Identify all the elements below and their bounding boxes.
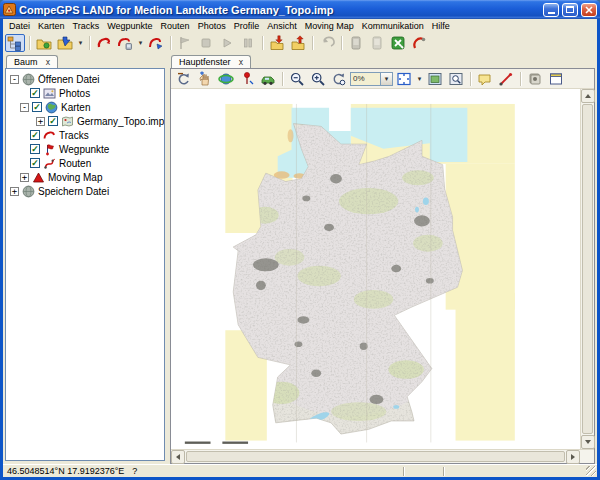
tree-label[interactable]: Öffenen Datei	[38, 74, 100, 85]
expander-plus-icon[interactable]: +	[20, 173, 29, 182]
status-divider	[403, 467, 405, 476]
menu-routen[interactable]: Routen	[157, 20, 194, 32]
scroll-up-button[interactable]	[581, 89, 595, 103]
arrow-left-icon	[176, 454, 180, 460]
tab-close-icon[interactable]: x	[239, 58, 244, 67]
tab-close-icon[interactable]: x	[46, 58, 51, 67]
zoom-100-button[interactable]	[174, 70, 194, 88]
tree-label[interactable]: Karten	[61, 102, 90, 113]
tree-item-karten[interactable]: - ✓ Karten	[20, 100, 164, 114]
tree-label[interactable]: Moving Map	[48, 172, 102, 183]
menu-wegpunkte[interactable]: Wegpunkte	[103, 20, 156, 32]
save-file-dropdown[interactable]: ▾	[76, 34, 85, 52]
menu-hilfe[interactable]: Hilfe	[428, 20, 454, 32]
open-file-button[interactable]	[34, 34, 54, 52]
menu-karten[interactable]: Karten	[34, 20, 69, 32]
tree-item-open-file[interactable]: - Öffenen Datei	[10, 72, 164, 86]
map-canvas[interactable]	[171, 89, 580, 449]
track-draw-button[interactable]	[146, 34, 166, 52]
tree-item-save-file[interactable]: + Speichern Datei	[10, 184, 164, 198]
menu-tracks[interactable]: Tracks	[69, 20, 104, 32]
scroll-right-button[interactable]	[566, 450, 580, 464]
checkbox-checked[interactable]: ✓	[48, 116, 58, 126]
download-gps-button[interactable]	[267, 34, 287, 52]
menu-profile[interactable]: Profile	[230, 20, 264, 32]
fit-window-dropdown[interactable]: ▾	[415, 70, 424, 88]
twonav-button[interactable]	[388, 34, 408, 52]
menu-moving-map[interactable]: Moving Map	[301, 20, 358, 32]
tree-label[interactable]: Tracks	[59, 130, 89, 141]
note-button[interactable]	[475, 70, 495, 88]
scroll-down-button[interactable]	[581, 435, 595, 449]
menu-datei[interactable]: Datei	[5, 20, 34, 32]
tree-item-germany-topo[interactable]: + ✓ Germany_Topo.imp	[36, 114, 164, 128]
tree-item-tracks[interactable]: ✓ Tracks	[30, 128, 164, 142]
expander-minus-icon[interactable]: -	[10, 75, 19, 84]
stop-button[interactable]	[196, 34, 216, 52]
undo-button[interactable]	[317, 34, 337, 52]
menu-photos[interactable]: Photos	[194, 20, 230, 32]
upload-gps-button[interactable]	[288, 34, 308, 52]
tree-label[interactable]: Speichern Datei	[38, 186, 109, 197]
checkbox-checked[interactable]: ✓	[30, 130, 40, 140]
moving-map-car-button[interactable]	[258, 70, 278, 88]
maximize-button[interactable]	[562, 3, 578, 17]
checkbox-checked[interactable]: ✓	[30, 144, 40, 154]
gps-connect-button[interactable]	[409, 34, 429, 52]
resize-grip-icon[interactable]	[586, 466, 596, 476]
tab-baum[interactable]: Baum x	[6, 55, 58, 68]
scroll-left-button[interactable]	[171, 450, 185, 464]
fit-window-button[interactable]	[394, 70, 414, 88]
horizontal-scroll-thumb[interactable]	[186, 451, 565, 462]
tree-label[interactable]: Germany_Topo.imp	[77, 116, 164, 127]
zoom-out-button[interactable]	[287, 70, 307, 88]
expander-minus-icon[interactable]: -	[20, 103, 29, 112]
zoom-previous-button[interactable]	[329, 70, 349, 88]
expander-plus-icon[interactable]: +	[36, 117, 45, 126]
flag-button[interactable]	[175, 34, 195, 52]
minimize-button[interactable]	[543, 3, 559, 17]
vertical-scroll-thumb[interactable]	[582, 104, 593, 434]
zoom-scale-combo[interactable]: 0% ▾	[350, 72, 393, 86]
tree-view-button[interactable]	[5, 34, 25, 52]
pause-button[interactable]	[238, 34, 258, 52]
track-device-button[interactable]	[115, 34, 135, 52]
tree-item-wegpunkte[interactable]: ✓ Wegpunkte	[30, 142, 164, 156]
open-track-button[interactable]	[94, 34, 114, 52]
globe-recenter-button[interactable]	[216, 70, 236, 88]
tree-item-moving-map[interactable]: + Moving Map	[20, 170, 164, 184]
zoom-in-button[interactable]	[308, 70, 328, 88]
expander-plus-icon[interactable]: +	[10, 187, 19, 196]
save-file-icon	[57, 35, 73, 51]
tree-item-photos[interactable]: ✓ Photos	[30, 86, 164, 100]
zoom-scale-value[interactable]: 0%	[350, 72, 380, 86]
horizontal-scrollbar[interactable]	[171, 450, 580, 463]
tree-label[interactable]: Routen	[59, 158, 91, 169]
checkbox-checked[interactable]: ✓	[32, 102, 42, 112]
combo-dropdown-icon[interactable]: ▾	[380, 72, 393, 86]
checkbox-checked[interactable]: ✓	[30, 88, 40, 98]
track-device-dropdown[interactable]: ▾	[136, 34, 145, 52]
menu-ansicht[interactable]: Ansicht	[263, 20, 301, 32]
close-button[interactable]	[581, 3, 597, 17]
tab-hauptfenster[interactable]: Hauptfenster x	[171, 55, 251, 68]
map-window-button[interactable]	[425, 70, 445, 88]
measure-button[interactable]	[496, 70, 516, 88]
tree-item-routen[interactable]: ✓ Routen	[30, 156, 164, 170]
waypoint-create-button[interactable]	[237, 70, 257, 88]
tree-label[interactable]: Photos	[59, 88, 90, 99]
checkbox-checked[interactable]: ✓	[30, 158, 40, 168]
pda-button[interactable]	[346, 34, 366, 52]
new-window-button[interactable]	[546, 70, 566, 88]
titlebar[interactable]: CompeGPS LAND for Medion Landkarte Germa…	[0, 0, 600, 19]
pda-sync-button[interactable]	[367, 34, 387, 52]
save-file-button[interactable]	[55, 34, 75, 52]
zoom-window-button[interactable]	[446, 70, 466, 88]
tree-view[interactable]: - Öffenen Datei ✓	[5, 68, 165, 461]
tree-label[interactable]: Wegpunkte	[59, 144, 109, 155]
vertical-scrollbar[interactable]	[580, 89, 594, 449]
menu-kommunikation[interactable]: Kommunikation	[358, 20, 428, 32]
copy-view-button[interactable]	[525, 70, 545, 88]
play-button[interactable]	[217, 34, 237, 52]
pan-hand-button[interactable]	[195, 70, 215, 88]
